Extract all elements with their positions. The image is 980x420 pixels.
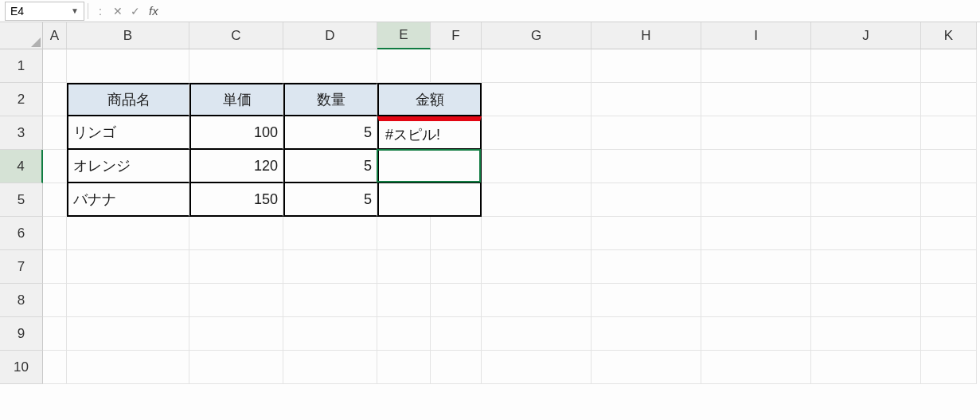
row-header-3[interactable]: 3 xyxy=(0,116,43,150)
col-header-J[interactable]: J xyxy=(811,22,921,49)
cell-I7[interactable] xyxy=(701,250,811,284)
cell-H9[interactable] xyxy=(592,317,701,351)
cell-C8[interactable] xyxy=(189,284,283,317)
cell-F10[interactable] xyxy=(431,351,482,384)
cell-F9[interactable] xyxy=(431,317,482,351)
cell-J9[interactable] xyxy=(811,317,921,351)
cell-K3[interactable] xyxy=(921,116,977,150)
cell-G8[interactable] xyxy=(482,284,592,317)
cell-A1[interactable] xyxy=(43,49,67,83)
cell-J7[interactable] xyxy=(811,250,921,284)
cell-A3[interactable] xyxy=(43,116,67,150)
name-box[interactable]: E4 ▼ xyxy=(5,2,84,21)
cell-C9[interactable] xyxy=(189,317,283,351)
cell-J5[interactable] xyxy=(811,183,921,217)
cancel-icon[interactable]: ✕ xyxy=(109,5,127,18)
cell-EF4[interactable] xyxy=(377,150,482,183)
cell-EF5[interactable] xyxy=(377,183,482,217)
cell-D6[interactable] xyxy=(283,217,377,250)
col-header-H[interactable]: H xyxy=(592,22,701,49)
col-header-B[interactable]: B xyxy=(67,22,189,49)
cell-I4[interactable] xyxy=(701,150,811,183)
cell-D4[interactable]: 5 xyxy=(283,150,377,183)
cell-E7[interactable] xyxy=(377,250,431,284)
cell-K6[interactable] xyxy=(921,217,977,250)
cell-I5[interactable] xyxy=(701,183,811,217)
cell-E9[interactable] xyxy=(377,317,431,351)
select-all-corner[interactable] xyxy=(0,22,43,49)
row-header-7[interactable]: 7 xyxy=(0,250,43,284)
cell-E10[interactable] xyxy=(377,351,431,384)
fx-icon[interactable]: fx xyxy=(149,4,158,18)
cell-I3[interactable] xyxy=(701,116,811,150)
cell-K5[interactable] xyxy=(921,183,977,217)
col-header-A[interactable]: A xyxy=(43,22,67,49)
cell-A9[interactable] xyxy=(43,317,67,351)
cell-B5[interactable]: バナナ xyxy=(67,183,189,217)
row-header-5[interactable]: 5 xyxy=(0,183,43,217)
cell-G5[interactable] xyxy=(482,183,592,217)
cell-F1[interactable] xyxy=(431,49,482,83)
cell-K10[interactable] xyxy=(921,351,977,384)
cell-J10[interactable] xyxy=(811,351,921,384)
cell-D10[interactable] xyxy=(283,351,377,384)
cell-D7[interactable] xyxy=(283,250,377,284)
cell-E6[interactable] xyxy=(377,217,431,250)
cell-G4[interactable] xyxy=(482,150,592,183)
cell-D1[interactable] xyxy=(283,49,377,83)
enter-icon[interactable]: ✓ xyxy=(127,5,144,18)
cell-F8[interactable] xyxy=(431,284,482,317)
cell-K9[interactable] xyxy=(921,317,977,351)
chevron-down-icon[interactable]: ▼ xyxy=(71,6,79,15)
cell-D9[interactable] xyxy=(283,317,377,351)
cell-B2-header[interactable]: 商品名 xyxy=(67,83,189,116)
cell-A5[interactable] xyxy=(43,183,67,217)
formula-input[interactable] xyxy=(163,0,980,22)
cell-EF3-spill-error[interactable]: #スピル! xyxy=(377,116,482,150)
cell-E1[interactable] xyxy=(377,49,431,83)
cell-D2-header[interactable]: 数量 xyxy=(283,83,377,116)
row-header-1[interactable]: 1 xyxy=(0,49,43,83)
cell-G2[interactable] xyxy=(482,83,592,116)
cell-I2[interactable] xyxy=(701,83,811,116)
row-header-4[interactable]: 4 xyxy=(0,150,43,183)
row-header-10[interactable]: 10 xyxy=(0,351,43,384)
cell-J8[interactable] xyxy=(811,284,921,317)
cell-B4[interactable]: オレンジ xyxy=(67,150,189,183)
cell-C5[interactable]: 150 xyxy=(189,183,283,217)
cell-J3[interactable] xyxy=(811,116,921,150)
cell-I1[interactable] xyxy=(701,49,811,83)
cell-C2-header[interactable]: 単価 xyxy=(189,83,283,116)
cell-B10[interactable] xyxy=(67,351,189,384)
cell-D3[interactable]: 5 xyxy=(283,116,377,150)
cell-C6[interactable] xyxy=(189,217,283,250)
cell-E8[interactable] xyxy=(377,284,431,317)
cell-H2[interactable] xyxy=(592,83,701,116)
cell-G3[interactable] xyxy=(482,116,592,150)
cell-K4[interactable] xyxy=(921,150,977,183)
cell-H8[interactable] xyxy=(592,284,701,317)
cell-G7[interactable] xyxy=(482,250,592,284)
cell-G1[interactable] xyxy=(482,49,592,83)
cell-F6[interactable] xyxy=(431,217,482,250)
cell-G6[interactable] xyxy=(482,217,592,250)
cell-K8[interactable] xyxy=(921,284,977,317)
col-header-K[interactable]: K xyxy=(921,22,977,49)
cell-A10[interactable] xyxy=(43,351,67,384)
row-header-9[interactable]: 9 xyxy=(0,317,43,351)
cell-B1[interactable] xyxy=(67,49,189,83)
cell-B7[interactable] xyxy=(67,250,189,284)
col-header-D[interactable]: D xyxy=(283,22,377,49)
cell-J1[interactable] xyxy=(811,49,921,83)
cell-B9[interactable] xyxy=(67,317,189,351)
cell-B8[interactable] xyxy=(67,284,189,317)
cell-B3[interactable]: リンゴ xyxy=(67,116,189,150)
row-header-2[interactable]: 2 xyxy=(0,83,43,116)
cell-A4[interactable] xyxy=(43,150,67,183)
cell-H10[interactable] xyxy=(592,351,701,384)
cell-C7[interactable] xyxy=(189,250,283,284)
cell-H7[interactable] xyxy=(592,250,701,284)
cell-C10[interactable] xyxy=(189,351,283,384)
row-header-6[interactable]: 6 xyxy=(0,217,43,250)
cell-EF2-header[interactable]: 金額 xyxy=(377,83,482,116)
